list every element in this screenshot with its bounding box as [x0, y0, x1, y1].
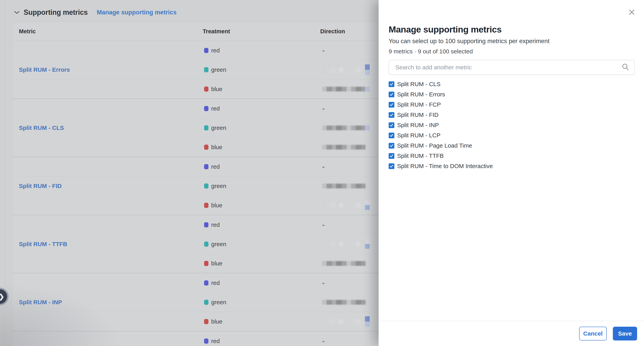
treatment-label: green: [211, 124, 226, 131]
metric-link[interactable]: Split RUM - FID: [19, 183, 62, 189]
checkbox-checked-icon[interactable]: [389, 133, 394, 138]
direction-redacted-bar: [322, 125, 370, 130]
search-icon: [622, 63, 630, 72]
direction-redacted-bar: [322, 184, 370, 188]
treatment-label: blue: [211, 318, 222, 325]
treatment-color-swatch: [204, 145, 208, 150]
metric-item-label: Split RUM - Errors: [397, 91, 445, 98]
metric-link[interactable]: Split RUM - Errors: [19, 66, 70, 73]
metric-link[interactable]: Split RUM - INP: [19, 299, 62, 306]
direction-redacted-bar: [322, 203, 360, 208]
metric-checkbox-item[interactable]: Split RUM - Time to DOM Interactive: [389, 163, 634, 169]
close-icon[interactable]: [627, 7, 636, 17]
metric-checkbox-item[interactable]: Split RUM - LCP: [389, 132, 634, 138]
treatment-color-swatch: [204, 67, 208, 72]
direction-redacted-bar: [322, 67, 360, 72]
direction-indicator-chip: [365, 239, 370, 249]
treatment-color-swatch: [204, 86, 208, 92]
treatment-label: blue: [211, 144, 222, 151]
direction-redacted-bar: [322, 242, 360, 247]
treatment-color-swatch: [204, 339, 208, 344]
direction-indicator-chip: [365, 86, 370, 92]
checkbox-checked-icon[interactable]: [389, 102, 394, 108]
metric-checkbox-list: Split RUM - CLSSplit RUM - ErrorsSplit R…: [389, 81, 634, 169]
direction-redacted-bar: [322, 261, 370, 266]
metric-item-label: Split RUM - Time to DOM Interactive: [397, 163, 493, 169]
metric-item-label: Split RUM - TTFB: [397, 152, 444, 159]
direction-indicator-chip: [365, 316, 370, 327]
panel-title: Manage supporting metrics: [389, 24, 634, 35]
treatment-label: blue: [211, 260, 222, 267]
metric-checkbox-item[interactable]: Split RUM - INP: [389, 122, 634, 128]
checkbox-checked-icon[interactable]: [389, 81, 394, 87]
treatment-label: green: [211, 66, 226, 73]
checkbox-checked-icon[interactable]: [389, 153, 394, 159]
panel-body: Manage supporting metrics You can select…: [378, 0, 644, 169]
column-header-metric: Metric: [19, 28, 36, 35]
save-button[interactable]: Save: [613, 327, 637, 341]
corner-vignette: [0, 275, 138, 346]
treatment-color-swatch: [204, 183, 208, 189]
treatment-color-swatch: [204, 242, 208, 247]
direction-redacted-bar: [322, 87, 370, 91]
checkbox-checked-icon[interactable]: [389, 163, 394, 169]
metric-checkbox-item[interactable]: Split RUM - FID: [389, 112, 634, 118]
supporting-metrics-header: Supporting metrics Manage supporting met…: [14, 8, 176, 17]
column-header-direction: Direction: [320, 28, 345, 35]
metric-link[interactable]: Split RUM - CLS: [19, 124, 64, 131]
treatment-color-swatch: [204, 106, 208, 111]
cancel-button[interactable]: Cancel: [579, 327, 607, 341]
column-header-treatment: Treatment: [203, 28, 230, 35]
treatment-color-swatch: [204, 125, 208, 130]
manage-supporting-metrics-panel: Manage supporting metrics You can select…: [378, 0, 644, 346]
metric-item-label: Split RUM - FID: [397, 111, 438, 118]
treatment-label: red: [211, 163, 220, 170]
metric-checkbox-item[interactable]: Split RUM - CLS: [389, 81, 634, 87]
treatment-label: green: [211, 183, 226, 189]
direction-redacted-bar: [322, 300, 370, 305]
metric-item-label: Split RUM - FCP: [397, 101, 441, 108]
direction-indicator-chip: [365, 201, 370, 210]
manage-supporting-metrics-link[interactable]: Manage supporting metrics: [97, 9, 177, 16]
treatment-color-swatch: [204, 48, 208, 53]
metric-link[interactable]: Split RUM - TTFB: [19, 241, 67, 248]
chevron-right-icon: ❯: [0, 293, 4, 301]
direction-redacted-bar: [322, 319, 360, 324]
metric-item-label: Split RUM - INP: [397, 122, 439, 128]
treatment-color-swatch: [204, 222, 208, 227]
metric-item-label: Split RUM - CLS: [397, 81, 440, 87]
checkbox-checked-icon[interactable]: [389, 143, 394, 149]
direction-indicator-chip: [365, 125, 370, 130]
treatment-label: green: [211, 241, 226, 248]
metric-item-label: Split RUM - LCP: [397, 132, 440, 139]
panel-subtitle: You can select up to 100 supporting metr…: [389, 37, 634, 45]
direction-redacted-bar: [322, 145, 370, 150]
treatment-color-swatch: [204, 164, 208, 169]
treatment-color-swatch: [204, 280, 208, 286]
metric-checkbox-item[interactable]: Split RUM - Page Load Time: [389, 143, 634, 149]
treatment-label: blue: [211, 86, 222, 92]
treatment-label: blue: [211, 202, 222, 209]
metric-checkbox-item[interactable]: Split RUM - Errors: [389, 91, 634, 97]
treatment-label: red: [211, 280, 220, 286]
treatment-label: green: [211, 299, 226, 306]
checkbox-checked-icon[interactable]: [389, 92, 394, 97]
checkbox-checked-icon[interactable]: [389, 112, 394, 118]
treatment-color-swatch: [204, 261, 208, 266]
checkbox-checked-icon[interactable]: [389, 122, 394, 128]
treatment-color-swatch: [204, 300, 208, 305]
metric-checkbox-item[interactable]: Split RUM - FCP: [389, 102, 634, 108]
treatment-label: red: [211, 338, 220, 345]
treatment-label: red: [211, 47, 220, 54]
search-input[interactable]: [389, 60, 634, 75]
section-title: Supporting metrics: [24, 8, 88, 16]
treatment-label: red: [211, 222, 220, 228]
treatment-color-swatch: [204, 319, 208, 324]
chevron-down-icon[interactable]: [14, 9, 20, 15]
direction-indicator-chip: [365, 64, 370, 75]
metric-item-label: Split RUM - Page Load Time: [397, 142, 472, 149]
metric-search: [389, 60, 634, 75]
treatment-color-swatch: [204, 203, 208, 208]
metric-checkbox-item[interactable]: Split RUM - TTFB: [389, 153, 634, 159]
treatment-label: red: [211, 105, 220, 112]
